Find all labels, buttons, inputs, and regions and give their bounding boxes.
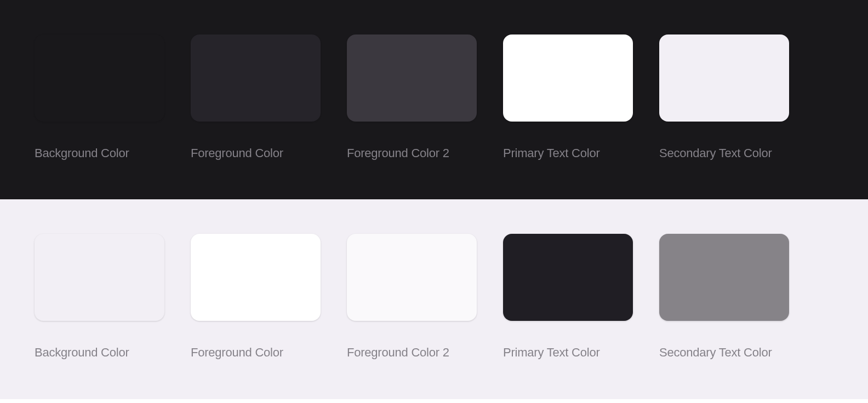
swatch-label: Foreground Color 2 — [347, 144, 477, 163]
color-swatch — [347, 234, 477, 321]
color-swatch — [347, 34, 477, 122]
palette-section-light: Background Color Foreground Color Foregr… — [0, 199, 868, 399]
color-swatch — [659, 234, 789, 321]
swatch-item: Secondary Text Color — [659, 34, 789, 172]
swatch-label: Background Color — [35, 144, 164, 163]
swatch-label: Primary Text Color — [503, 144, 633, 163]
swatch-label: Foreground Color — [191, 343, 321, 362]
color-swatch — [35, 34, 164, 122]
swatch-label: Secondary Text Color — [659, 343, 789, 362]
color-swatch — [659, 34, 789, 122]
swatch-item: Primary Text Color — [503, 34, 633, 172]
swatch-item: Foreground Color — [191, 34, 321, 172]
swatch-label: Foreground Color — [191, 144, 321, 163]
color-swatch — [191, 234, 321, 321]
palette-section-dark: Background Color Foreground Color Foregr… — [0, 0, 868, 199]
swatch-label: Primary Text Color — [503, 343, 633, 362]
swatch-item: Foreground Color 2 — [347, 34, 477, 172]
swatch-item: Foreground Color 2 — [347, 234, 477, 372]
color-swatch — [503, 34, 633, 122]
swatch-item: Background Color — [35, 34, 164, 172]
swatch-item: Foreground Color — [191, 234, 321, 372]
color-swatch — [503, 234, 633, 321]
color-swatch — [35, 234, 164, 321]
swatch-label: Secondary Text Color — [659, 144, 789, 163]
color-swatch — [191, 34, 321, 122]
swatch-item: Background Color — [35, 234, 164, 372]
swatch-item: Secondary Text Color — [659, 234, 789, 372]
swatch-label: Background Color — [35, 343, 164, 362]
swatch-item: Primary Text Color — [503, 234, 633, 372]
swatch-label: Foreground Color 2 — [347, 343, 477, 362]
